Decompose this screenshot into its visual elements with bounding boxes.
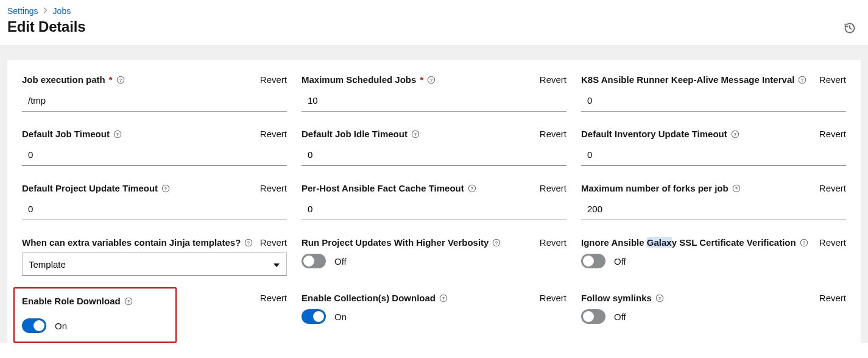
field-ignore-galaxy-ssl: Ignore Ansible Galaxy SSL Certificate Ve… bbox=[581, 237, 846, 276]
label-text: Run Project Updates With Higher Verbosit… bbox=[302, 237, 489, 248]
svg-text:?: ? bbox=[164, 186, 168, 192]
revert-button[interactable]: Revert bbox=[260, 183, 287, 193]
svg-text:?: ? bbox=[414, 132, 417, 137]
revert-button[interactable]: Revert bbox=[540, 293, 566, 303]
job-execution-path-input[interactable] bbox=[22, 90, 287, 112]
svg-text:?: ? bbox=[430, 77, 433, 83]
field-k8s-keepalive: K8S Ansible Runner Keep-Alive Message In… bbox=[581, 74, 846, 112]
enable-role-download-toggle[interactable] bbox=[22, 318, 46, 333]
revert-button[interactable]: Revert bbox=[260, 237, 287, 248]
field-max-scheduled-jobs: Maximum Scheduled Jobs * ? Revert bbox=[302, 74, 566, 112]
jinja-extra-vars-select[interactable]: Template bbox=[22, 252, 287, 276]
help-icon[interactable]: ? bbox=[655, 294, 664, 303]
field-enable-collections-download: Enable Collection(s) Download ? Revert O… bbox=[302, 293, 566, 343]
toggle-state-label: On bbox=[55, 321, 67, 331]
field-default-job-idle-timeout: Default Job Idle Timeout ? Revert bbox=[302, 129, 566, 166]
help-icon[interactable]: ? bbox=[798, 76, 806, 84]
revert-button[interactable]: Revert bbox=[819, 237, 846, 248]
required-asterisk: * bbox=[420, 74, 423, 85]
svg-text:?: ? bbox=[127, 299, 130, 304]
label-text: Enable Collection(s) Download bbox=[302, 293, 436, 303]
help-icon[interactable]: ? bbox=[411, 130, 420, 138]
help-icon[interactable]: ? bbox=[124, 297, 133, 306]
field-follow-symlinks: Follow symlinks ? Revert Off bbox=[581, 293, 846, 343]
svg-text:?: ? bbox=[801, 77, 804, 83]
max-scheduled-jobs-input[interactable] bbox=[302, 90, 566, 112]
revert-button[interactable]: Revert bbox=[260, 74, 287, 85]
field-label: Ignore Ansible Galaxy SSL Certificate Ve… bbox=[581, 237, 808, 248]
label-text: K8S Ansible Runner Keep-Alive Message In… bbox=[581, 74, 794, 85]
field-default-inventory-update-timeout: Default Inventory Update Timeout ? Rever… bbox=[581, 129, 846, 166]
field-run-project-updates-verbosity: Run Project Updates With Higher Verbosit… bbox=[302, 237, 566, 276]
field-jinja-extra-vars: When can extra variables contain Jinja t… bbox=[22, 237, 287, 276]
breadcrumb-jobs-link[interactable]: Jobs bbox=[53, 6, 71, 16]
revert-button[interactable]: Revert bbox=[819, 183, 846, 193]
field-label: Maximum Scheduled Jobs * ? bbox=[302, 74, 436, 85]
run-project-updates-verbosity-toggle[interactable] bbox=[302, 254, 326, 268]
label-text: Default Job Idle Timeout bbox=[302, 129, 408, 139]
field-label: Per-Host Ansible Fact Cache Timeout ? bbox=[302, 183, 476, 193]
label-text: Maximum number of forks per job bbox=[581, 183, 729, 193]
default-project-update-timeout-input[interactable] bbox=[22, 198, 287, 220]
help-icon[interactable]: ? bbox=[468, 184, 476, 193]
text-selection: Galax bbox=[647, 237, 672, 248]
breadcrumb-settings-link[interactable]: Settings bbox=[7, 6, 38, 16]
revert-button[interactable]: Revert bbox=[540, 237, 566, 248]
toggle-state-label: Off bbox=[614, 256, 626, 267]
help-icon[interactable]: ? bbox=[244, 238, 253, 247]
field-label: Enable Role Download ? bbox=[22, 296, 133, 306]
field-default-project-update-timeout: Default Project Update Timeout ? Revert bbox=[22, 183, 287, 220]
label-text: Enable Role Download bbox=[22, 296, 121, 306]
default-job-timeout-input[interactable] bbox=[22, 144, 287, 166]
svg-text:?: ? bbox=[119, 77, 122, 83]
label-text: Per-Host Ansible Fact Cache Timeout bbox=[302, 183, 464, 193]
revert-button[interactable]: Revert bbox=[260, 293, 287, 303]
revert-button[interactable]: Revert bbox=[819, 74, 846, 85]
settings-grid: Job execution path * ? Revert Maximum Sc… bbox=[22, 74, 846, 343]
field-label: When can extra variables contain Jinja t… bbox=[22, 237, 253, 248]
revert-button[interactable]: Revert bbox=[819, 129, 846, 139]
label-text: Default Job Timeout bbox=[22, 129, 110, 139]
k8s-keepalive-input[interactable] bbox=[581, 90, 846, 112]
revert-button[interactable]: Revert bbox=[260, 129, 287, 139]
svg-text:?: ? bbox=[116, 132, 119, 137]
per-host-fact-cache-timeout-input[interactable] bbox=[302, 198, 566, 220]
help-icon[interactable]: ? bbox=[427, 76, 436, 84]
help-icon[interactable]: ? bbox=[731, 130, 739, 138]
revert-button[interactable]: Revert bbox=[540, 74, 566, 85]
help-icon[interactable]: ? bbox=[492, 238, 501, 247]
field-default-job-timeout: Default Job Timeout ? Revert bbox=[22, 129, 287, 166]
label-text: When can extra variables contain Jinja t… bbox=[22, 237, 241, 248]
max-forks-input[interactable] bbox=[581, 198, 846, 220]
revert-button[interactable]: Revert bbox=[540, 183, 566, 193]
svg-text:?: ? bbox=[442, 296, 445, 301]
revert-button[interactable]: Revert bbox=[540, 129, 566, 139]
chevron-right-icon bbox=[43, 7, 48, 15]
content-canvas: Job execution path * ? Revert Maximum Sc… bbox=[0, 45, 868, 343]
label-text: Job execution path bbox=[22, 74, 105, 85]
help-icon[interactable]: ? bbox=[800, 238, 808, 247]
ignore-galaxy-ssl-toggle[interactable] bbox=[581, 254, 605, 268]
label-text: Maximum Scheduled Jobs bbox=[302, 74, 416, 85]
svg-text:?: ? bbox=[247, 240, 250, 246]
field-label: K8S Ansible Runner Keep-Alive Message In… bbox=[581, 74, 806, 85]
help-icon[interactable]: ? bbox=[161, 184, 170, 193]
help-icon[interactable]: ? bbox=[439, 294, 448, 303]
history-icon[interactable] bbox=[844, 22, 856, 36]
label-text: Default Project Update Timeout bbox=[22, 183, 158, 193]
breadcrumb: Settings Jobs bbox=[7, 6, 861, 16]
label-text: Default Inventory Update Timeout bbox=[581, 129, 727, 139]
help-icon[interactable]: ? bbox=[116, 76, 125, 84]
field-label: Default Job Idle Timeout ? bbox=[302, 129, 420, 139]
field-label: Enable Collection(s) Download ? bbox=[302, 293, 448, 303]
revert-button[interactable]: Revert bbox=[819, 293, 846, 303]
enable-collections-download-toggle[interactable] bbox=[302, 309, 326, 324]
follow-symlinks-toggle[interactable] bbox=[581, 309, 605, 324]
field-label: Follow symlinks ? bbox=[581, 293, 664, 303]
help-icon[interactable]: ? bbox=[732, 184, 741, 193]
svg-text:?: ? bbox=[735, 186, 738, 192]
help-icon[interactable]: ? bbox=[113, 130, 122, 138]
label-text: Ignore Ansible Galaxy SSL Certificate Ve… bbox=[581, 237, 796, 248]
default-inventory-update-timeout-input[interactable] bbox=[581, 144, 846, 166]
default-job-idle-timeout-input[interactable] bbox=[302, 144, 566, 166]
